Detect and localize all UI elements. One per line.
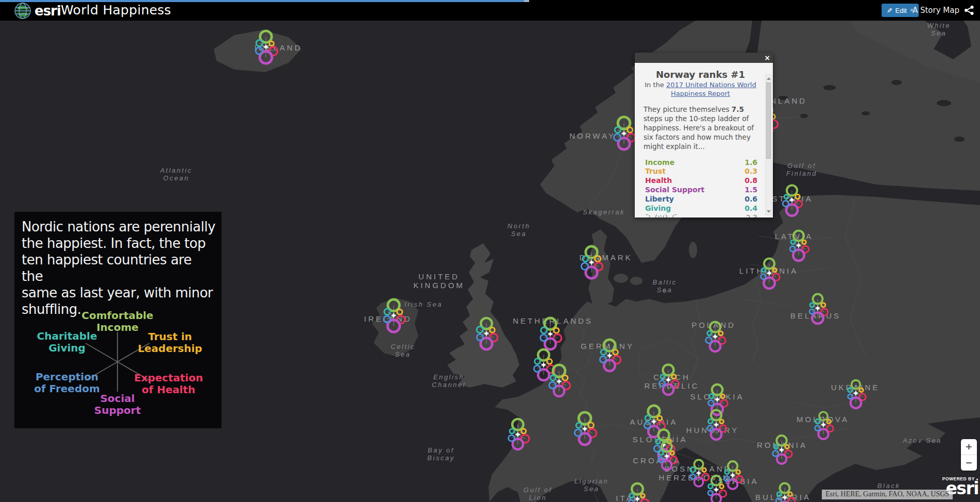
loading-progress-bar <box>0 0 529 2</box>
sea-label: Bay ofBiscay <box>427 446 454 462</box>
factor-value: 0.3 <box>745 167 757 176</box>
happiness-report-link[interactable]: 2017 United Nations World Happiness Repo… <box>666 81 756 97</box>
factor-value: 2.3 <box>746 213 757 217</box>
country-label: UNITEDKINGDOM <box>413 272 465 290</box>
legend-label-trust-in-leadership: Trust in Leadership <box>138 331 202 355</box>
map-attribution: Esri, HERE, Garmin, FAO, NOAA, USGS <box>822 490 953 499</box>
legend-label-social-support: Social Support <box>94 393 141 416</box>
popup-scrollbar[interactable] <box>765 74 772 215</box>
factor-row: Giving0.4 <box>645 204 757 213</box>
popup-paragraph-pre: They picture themselves <box>644 105 732 113</box>
country-label: MOLDOVA <box>797 415 849 424</box>
factor-value: 1.5 <box>745 186 757 195</box>
factor-label: Liberty <box>645 195 674 204</box>
legend-label-expectation-of-health: Expectation of Health <box>134 372 203 396</box>
legend-label-charitable-giving: Charitable Giving <box>37 330 97 354</box>
map-popup: × Norway ranks #1 In the 2017 United Nat… <box>635 53 773 217</box>
popup-paragraph: They picture themselves 7.5 steps up the… <box>644 105 757 152</box>
factor-value: 1.6 <box>745 158 757 168</box>
factor-row: Income1.6 <box>645 158 757 168</box>
factor-label: Income <box>645 158 674 168</box>
edit-button-label: Edit <box>895 7 907 14</box>
app-header: esri World Happiness ✎ Edit × A Story Ma… <box>0 0 980 21</box>
popup-title: Norway ranks #1 <box>644 69 757 80</box>
factor-label: Health <box>645 176 672 186</box>
factor-label: Giving <box>645 204 671 213</box>
scroll-up-arrow-icon[interactable] <box>766 75 771 81</box>
factor-row: Trust0.3 <box>645 167 757 176</box>
sea-label: Irish Sea <box>404 300 443 308</box>
popup-paragraph-post: steps up the 10-step ladder of happiness… <box>644 114 754 150</box>
country-label: GERMANY <box>581 342 634 350</box>
legend-label-perception-of-freedom: Perception of Freedom <box>34 371 100 395</box>
sea-label: Gulf ofFinland <box>786 162 817 177</box>
popup-body: Norway ranks #1 In the 2017 United Natio… <box>635 63 773 217</box>
factor-label: ¯\_(ツ)_/¯ <box>645 213 678 217</box>
factor-label: Trust <box>645 167 666 176</box>
popup-close-button[interactable]: × <box>764 53 770 62</box>
esri-globe-icon <box>14 3 31 19</box>
zoom-control: + − <box>961 439 977 471</box>
legend-panel: Nordic nations are perennially the happi… <box>14 212 222 428</box>
popup-titlebar[interactable]: × <box>635 53 773 63</box>
esri-logo-text: esri <box>35 3 61 19</box>
pencil-icon: ✎ <box>887 7 892 14</box>
page-title: World Happiness <box>61 3 171 18</box>
sea-label: Skagerrak <box>583 208 625 216</box>
factor-row: Liberty0.6 <box>645 195 757 204</box>
zoom-in-button[interactable]: + <box>961 439 977 455</box>
share-icon[interactable] <box>964 5 975 15</box>
map-canvas[interactable]: AtlanticOceanNorthSeaSkagerrakBalticSeaG… <box>0 21 980 502</box>
factor-value: 0.6 <box>745 195 757 204</box>
loading-progress-track <box>0 0 980 2</box>
factor-value: 0.4 <box>745 204 757 213</box>
factor-row: ¯\_(ツ)_/¯2.3 <box>645 213 757 217</box>
legend-paragraph: Nordic nations are perennially the happi… <box>14 212 222 318</box>
factor-value: 0.8 <box>745 176 757 186</box>
sea-label: Azov Sea <box>902 437 942 444</box>
esri-logo: esri <box>14 3 61 19</box>
legend-spoke-diagram: Comfortable Income Trust in Leadership E… <box>14 312 222 423</box>
country-label: UKRAINE <box>831 383 880 392</box>
factor-row: Social Support1.5 <box>645 186 757 195</box>
app-window: AtlanticOceanNorthSeaSkagerrakBalticSeaG… <box>0 0 980 502</box>
country-label: NORWAY <box>569 131 616 140</box>
popup-paragraph-bold-value: 7.5 <box>732 105 744 113</box>
sea-label: AtlanticOcean <box>160 166 193 182</box>
sea-label: EnglishChannel <box>432 373 466 389</box>
factor-label: Social Support <box>645 186 704 195</box>
scroll-down-arrow-icon[interactable] <box>766 208 771 214</box>
scrollbar-thumb[interactable] <box>766 82 771 159</box>
story-map-link[interactable]: A Story Map <box>913 6 959 15</box>
popup-subtitle: In the 2017 United Nations World Happine… <box>644 81 757 98</box>
popup-subtitle-prefix: In the <box>645 81 666 89</box>
factor-row: Health0.8 <box>645 176 757 186</box>
sea-label: Black <box>877 482 900 490</box>
zoom-out-button[interactable]: − <box>961 455 977 471</box>
factor-list: Income1.6Trust0.3Health0.8Social Support… <box>644 158 757 217</box>
